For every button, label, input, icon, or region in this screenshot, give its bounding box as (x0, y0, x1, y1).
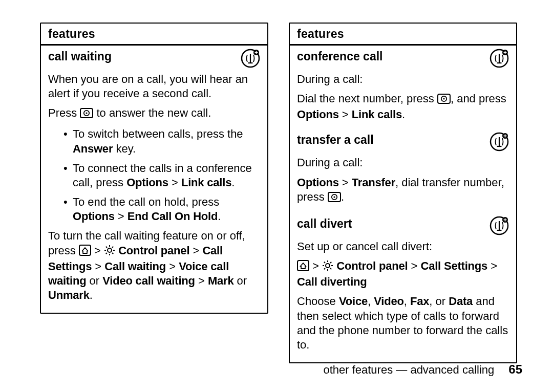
section-title: conference call (297, 49, 382, 63)
text: To end the call on hold, press (73, 195, 219, 208)
section-title-row: transfer a call (297, 132, 509, 154)
list-item: To switch between calls, press the Answe… (63, 127, 260, 156)
bold-label: Options (297, 108, 339, 121)
bold-label: Unmark (48, 289, 90, 301)
gear-icon (322, 260, 333, 275)
section-conference-call: conference call During a call: Dial the … (290, 46, 516, 132)
bold-label: Call diverting (297, 275, 367, 288)
antenna-icon (490, 49, 509, 70)
text: > (91, 244, 104, 257)
paragraph: Press to answer the new call. (48, 106, 260, 122)
left-column: features call waiting When you are on a … (40, 23, 268, 363)
text: key. (113, 142, 136, 155)
text: > (339, 108, 352, 121)
text: , and press (451, 92, 506, 105)
send-key-icon (437, 93, 451, 107)
text: or (233, 274, 247, 287)
text: , or (429, 295, 449, 308)
bold-label: Video (374, 295, 404, 308)
list-item: To end the call on hold, press Options >… (63, 195, 260, 224)
bold-label: Voice (339, 295, 368, 308)
page-footer: other features — advanced calling 65 (323, 362, 522, 377)
paragraph: Dial the next number, press , and press … (297, 92, 509, 122)
left-box-header: features (41, 24, 267, 46)
paragraph: > Control panel > Call Settings > Call d… (297, 259, 509, 289)
text: > (408, 259, 420, 272)
bold-label: Link calls (181, 176, 231, 189)
text: > (189, 244, 202, 257)
text: . (231, 176, 235, 189)
text: To switch between calls, press the (73, 127, 243, 140)
paragraph: Choose Voice, Video, Fax, or Data and th… (297, 294, 509, 352)
section-call-waiting: call waiting When you are on a call, you… (41, 46, 267, 313)
text: > (92, 260, 104, 273)
bold-label: Data (449, 295, 473, 308)
bold-label: Control panel (118, 244, 189, 257)
text: > (195, 274, 208, 287)
page: features call waiting When you are on a … (0, 0, 553, 363)
paragraph: To turn the call waiting feature on or o… (48, 229, 260, 302)
paragraph: During a call: (297, 72, 509, 86)
text: . (218, 210, 221, 223)
right-box-header: features (290, 24, 516, 46)
paragraph: When you are on a call, you will hear an… (48, 72, 260, 101)
section-title-row: conference call (297, 49, 509, 70)
section-call-divert: call divert Set up or cancel call divert… (290, 216, 516, 362)
text: > (166, 260, 179, 273)
bold-label: Options (297, 176, 339, 189)
text: Dial the next number, press (297, 92, 437, 105)
section-title: call divert (297, 216, 352, 231)
section-title: transfer a call (297, 132, 374, 147)
home-key-icon (79, 245, 91, 259)
text: . (341, 190, 344, 203)
bold-label: Control panel (336, 259, 408, 272)
paragraph: Set up or cancel call divert: (297, 239, 509, 254)
bold-label: Call waiting (104, 260, 166, 273)
bold-label: Mark (208, 274, 234, 287)
section-title: call waiting (48, 49, 112, 63)
text: > (487, 259, 497, 272)
page-number: 65 (508, 362, 522, 377)
right-column: features conference call During a call: … (289, 23, 517, 363)
send-key-icon (80, 107, 93, 122)
bold-label: Transfer (352, 176, 395, 189)
section-transfer-call: transfer a call During a call: Options >… (290, 132, 516, 215)
text: > (115, 210, 127, 223)
bullet-list: To switch between calls, press the Answe… (48, 127, 260, 224)
text: . (402, 108, 405, 121)
text: > (309, 259, 322, 272)
bold-label: Options (126, 176, 168, 189)
text: > (168, 176, 181, 189)
left-features-box: features call waiting When you are on a … (40, 23, 268, 314)
paragraph: Options > Transfer, dial transfer number… (297, 176, 509, 206)
text: . (90, 289, 93, 301)
section-title-row: call waiting (48, 49, 260, 70)
section-title-row: call divert (297, 216, 509, 237)
paragraph: During a call: (297, 156, 509, 170)
gear-icon (104, 245, 115, 259)
list-item: To connect the calls in a conference cal… (63, 161, 260, 190)
bold-label: Link calls (352, 108, 402, 121)
footer-text: other features — advanced calling (323, 363, 494, 377)
text: , (404, 295, 410, 308)
text: to answer the new call. (93, 106, 211, 119)
text: or (86, 274, 102, 287)
text: , (368, 295, 374, 308)
bold-label: Call Settings (420, 259, 487, 272)
bold-label: Video call waiting (102, 274, 195, 287)
antenna-icon (490, 216, 509, 237)
send-key-icon (328, 191, 341, 206)
home-key-icon (297, 260, 309, 275)
text: Press (48, 106, 80, 119)
bold-label: End Call On Hold (127, 210, 218, 223)
text: Choose (297, 295, 339, 308)
bold-label: Fax (410, 295, 429, 308)
antenna-icon (490, 132, 509, 154)
bold-label: Options (73, 210, 115, 223)
bold-label: Answer (73, 142, 113, 155)
antenna-icon (241, 49, 260, 70)
right-features-box: features conference call During a call: … (289, 23, 517, 363)
text: > (339, 176, 352, 189)
